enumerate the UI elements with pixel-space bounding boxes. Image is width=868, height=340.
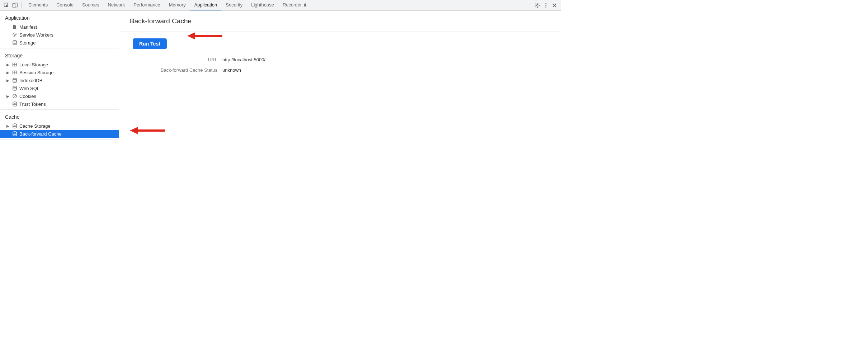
svg-point-13: [13, 94, 17, 98]
panel-body: Application Manifest Service Workers: [0, 11, 561, 220]
svg-point-18: [13, 124, 16, 125]
sidebar-group-storage: Storage ▶ Local Storage ▶ Session Storag…: [0, 48, 119, 110]
database-icon: [11, 131, 18, 137]
sidebar-item-web-sql[interactable]: Web SQL: [0, 84, 119, 92]
tab-application[interactable]: Application: [190, 0, 222, 10]
tree-arrow-icon[interactable]: ▶: [6, 71, 10, 75]
sidebar-item-local-storage[interactable]: ▶ Local Storage: [0, 61, 119, 69]
svg-point-11: [13, 78, 16, 80]
svg-point-6: [546, 6, 547, 8]
sidebar-item-label: Trust Tokens: [19, 101, 46, 107]
tree-arrow-icon[interactable]: ▶: [6, 124, 10, 128]
toolbar-separator: [22, 2, 22, 9]
sidebar-item-label: Cookies: [19, 94, 36, 99]
database-icon: [11, 39, 18, 46]
database-icon: [11, 77, 18, 84]
tab-console[interactable]: Console: [52, 0, 78, 10]
svg-point-12: [13, 86, 16, 88]
tab-memory[interactable]: Memory: [165, 0, 190, 10]
table-icon: [11, 61, 18, 68]
tab-sources[interactable]: Sources: [78, 0, 104, 10]
sidebar-item-cookies[interactable]: ▶ Cookies: [0, 92, 119, 100]
row-url: URL http://localhost:5000/: [133, 57, 561, 62]
sidebar-item-trust-tokens[interactable]: Trust Tokens: [0, 100, 119, 108]
sidebar-item-label: IndexedDB: [19, 78, 42, 83]
devtools-toolbar: Elements Console Sources Network Perform…: [0, 0, 561, 11]
sidebar-item-session-storage[interactable]: ▶ Session Storage: [0, 69, 119, 76]
tab-security[interactable]: Security: [221, 0, 247, 10]
sidebar-item-label: Back-forward Cache: [19, 131, 62, 137]
sidebar-group-application: Application Manifest Service Workers: [0, 11, 119, 48]
tree-arrow-icon[interactable]: ▶: [6, 79, 10, 82]
svg-point-16: [14, 96, 15, 97]
tab-elements[interactable]: Elements: [24, 0, 52, 10]
kebab-menu-icon[interactable]: [542, 2, 549, 9]
value-status: unknown: [222, 67, 241, 73]
toolbar-right: [533, 2, 559, 9]
svg-marker-23: [130, 127, 138, 134]
sidebar-group-title-cache: Cache: [0, 112, 119, 122]
svg-point-19: [13, 132, 16, 133]
svg-point-14: [14, 95, 14, 96]
tab-lighthouse[interactable]: Lighthouse: [247, 0, 278, 10]
main-panel: Back-forward Cache Run Test URL http://l…: [119, 11, 561, 220]
database-icon: [11, 85, 18, 91]
sidebar-item-manifest[interactable]: Manifest: [0, 23, 119, 31]
row-status: Back-forward Cache Status unknown: [133, 67, 561, 73]
svg-point-3: [537, 4, 538, 6]
value-url: http://localhost:5000/: [222, 57, 265, 62]
sidebar-item-label: Cache Storage: [19, 123, 51, 129]
device-toggle-icon[interactable]: [11, 2, 19, 9]
experiment-flask-icon: [303, 3, 307, 7]
sidebar-item-label: Session Storage: [19, 70, 53, 75]
page-title: Back-forward Cache: [119, 11, 561, 32]
settings-gear-icon[interactable]: [534, 2, 541, 9]
svg-point-5: [546, 5, 547, 6]
label-status: Back-forward Cache Status: [133, 67, 222, 73]
svg-rect-0: [4, 3, 8, 6]
svg-point-4: [546, 3, 547, 4]
label-url: URL: [133, 57, 222, 62]
annotation-arrow-icon: [130, 126, 166, 136]
table-icon: [11, 69, 18, 76]
close-icon[interactable]: [551, 2, 558, 9]
svg-rect-2: [15, 3, 17, 7]
panel-tabs: Elements Console Sources Network Perform…: [24, 0, 533, 10]
sidebar-item-storage[interactable]: Storage: [0, 39, 119, 47]
inspect-element-icon[interactable]: [3, 2, 10, 9]
application-sidebar: Application Manifest Service Workers: [0, 11, 119, 220]
sidebar-item-bfcache[interactable]: Back-forward Cache: [0, 130, 119, 138]
sidebar-item-label: Local Storage: [19, 62, 48, 67]
tab-recorder[interactable]: Recorder: [278, 0, 311, 10]
sidebar-item-cache-storage[interactable]: ▶ Cache Storage: [0, 122, 119, 130]
tab-performance[interactable]: Performance: [129, 0, 164, 10]
gear-icon: [11, 32, 18, 38]
tree-arrow-icon[interactable]: ▶: [6, 94, 10, 98]
tab-recorder-label: Recorder: [283, 2, 302, 8]
sidebar-group-title-application: Application: [0, 13, 119, 23]
svg-point-15: [15, 95, 16, 96]
sidebar-item-label: Storage: [19, 40, 36, 46]
cookie-icon: [11, 93, 18, 99]
database-icon: [11, 123, 18, 129]
main-body: Run Test URL http://localhost:5000/ Back…: [119, 32, 561, 73]
sidebar-item-label: Web SQL: [19, 86, 39, 91]
sidebar-group-cache: Cache ▶ Cache Storage Back-forward Cache: [0, 110, 119, 140]
document-icon: [11, 24, 18, 30]
sidebar-group-title-storage: Storage: [0, 51, 119, 61]
sidebar-item-service-workers[interactable]: Service Workers: [0, 31, 119, 39]
svg-point-17: [13, 102, 16, 103]
database-icon: [11, 101, 18, 107]
svg-point-7: [14, 34, 15, 36]
sidebar-item-label: Manifest: [19, 24, 37, 30]
tree-arrow-icon[interactable]: ▶: [6, 63, 10, 67]
sidebar-item-label: Service Workers: [19, 32, 53, 38]
run-test-button[interactable]: Run Test: [133, 38, 167, 49]
tab-network[interactable]: Network: [104, 0, 129, 10]
sidebar-item-indexeddb[interactable]: ▶ IndexedDB: [0, 76, 119, 84]
svg-point-8: [13, 41, 16, 42]
